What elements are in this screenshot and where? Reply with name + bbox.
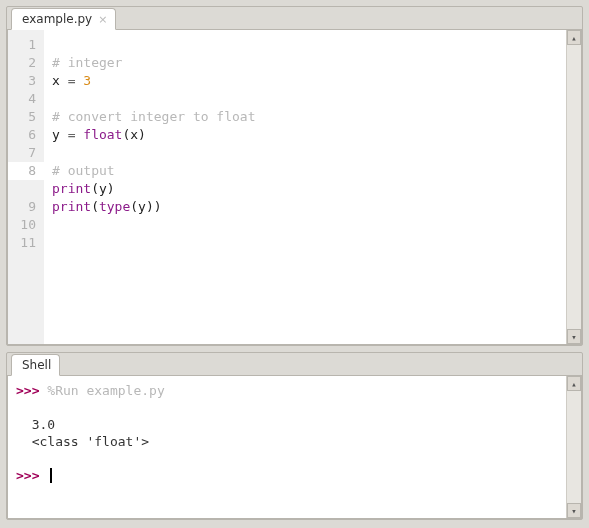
shell-tab-label: Shell (22, 358, 51, 372)
editor-content: 1 2 3 4 5 6 7 8 9 10 11 # integer x = 3 … (7, 29, 582, 345)
shell-tab[interactable]: Shell (11, 354, 60, 376)
line-gutter: 1 2 3 4 5 6 7 8 9 10 11 (8, 30, 44, 344)
editor-scrollbar[interactable]: ▴ ▾ (566, 30, 581, 344)
shell-pane: Shell >>> %Run example.py 3.0 <class 'fl… (6, 352, 583, 520)
scroll-up-icon[interactable]: ▴ (567, 376, 581, 391)
shell-tabbar: Shell (7, 354, 582, 376)
close-icon[interactable]: × (98, 14, 107, 25)
scroll-down-icon[interactable]: ▾ (567, 329, 581, 344)
shell-area[interactable]: >>> %Run example.py 3.0 <class 'float'> … (8, 376, 566, 518)
shell-scrollbar[interactable]: ▴ ▾ (566, 376, 581, 518)
editor-tab-label: example.py (22, 12, 92, 26)
editor-pane: example.py × 1 2 3 4 5 6 7 8 9 10 11 # i… (6, 6, 583, 346)
scroll-down-icon[interactable]: ▾ (567, 503, 581, 518)
scroll-up-icon[interactable]: ▴ (567, 30, 581, 45)
code-area[interactable]: # integer x = 3 # convert integer to flo… (44, 30, 566, 344)
editor-tab[interactable]: example.py × (11, 8, 116, 30)
editor-tabbar: example.py × (7, 8, 582, 30)
shell-content: >>> %Run example.py 3.0 <class 'float'> … (7, 375, 582, 519)
